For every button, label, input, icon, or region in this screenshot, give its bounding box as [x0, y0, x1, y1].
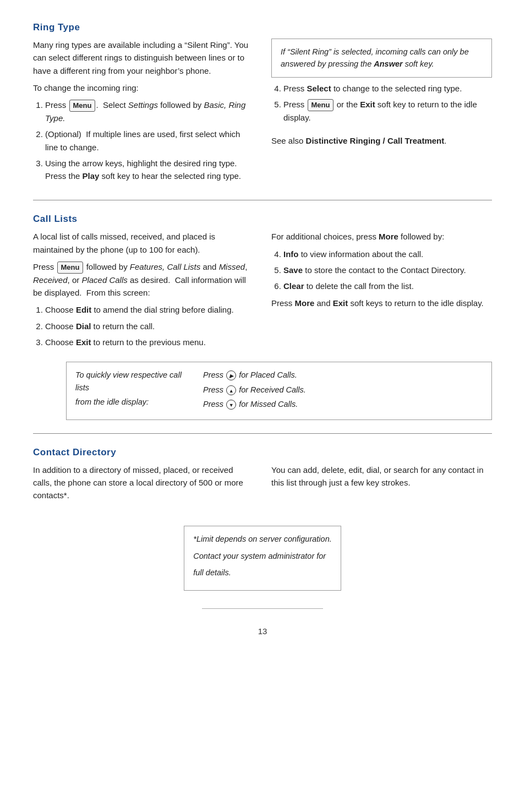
call-lists-right-col: For additional choices, press More follo… [271, 230, 492, 353]
call-lists-note-right-line1: Press for Placed Calls. [203, 369, 483, 381]
arrow-down-icon [226, 400, 236, 410]
arrow-up-icon [226, 385, 236, 395]
contact-directory-note-box: *Limit depends on server configuration. … [184, 526, 341, 590]
bottom-divider [202, 608, 323, 609]
ring-type-intro: Many ring types are available including … [33, 39, 254, 77]
ring-type-steps-right: Press Select to change to the selected r… [283, 82, 492, 124]
see-also-bold: Distinctive Ringing / Call Treatment [306, 136, 445, 145]
ring-type-note-box: If “Silent Ring” is selected, incoming c… [271, 39, 492, 78]
ring-type-title: Ring Type [33, 22, 492, 33]
call-lists-step6: Clear to delete the call from the list. [283, 280, 492, 292]
ring-type-steps-left: Press Menu. Select Settings followed by … [45, 99, 254, 182]
contact-directory-right-text: You can add, delete, edit, dial, or sear… [271, 464, 492, 489]
call-lists-note-left-line1: To quickly view respective call lists [75, 369, 185, 394]
ring-type-right-col: If “Silent Ring” is selected, incoming c… [271, 39, 492, 187]
call-lists-note-left-line2: from the idle display: [75, 396, 185, 408]
ring-type-left-col: Many ring types are available including … [33, 39, 254, 187]
call-lists-step1: Choose Edit to amend the dial string bef… [45, 303, 254, 316]
menu-button-1[interactable]: Menu [69, 100, 96, 112]
ring-type-step4: Press Select to change to the selected r… [283, 82, 492, 95]
ring-type-step1: Press Menu. Select Settings followed by … [45, 99, 254, 124]
contact-note-line1: *Limit depends on server configuration. [193, 533, 331, 545]
arrow-right-icon [226, 370, 236, 380]
divider-1 [33, 200, 492, 200]
ring-type-section: Ring Type Many ring types are available … [33, 22, 492, 187]
page-number: 13 [33, 626, 492, 636]
call-lists-note-right-line2: Press for Received Calls. [203, 384, 483, 396]
call-lists-step2: Choose Dial to return the call. [45, 320, 254, 333]
ring-type-to-change: To change the incoming ring: [33, 81, 254, 94]
divider-2 [33, 433, 492, 434]
call-lists-title: Call Lists [33, 214, 492, 225]
ring-type-step3: Using the arrow keys, highlight the desi… [45, 157, 254, 183]
call-lists-left-col: A local list of calls missed, received, … [33, 230, 254, 353]
see-also-text: See also Distinctive Ringing / Call Trea… [271, 134, 492, 147]
call-lists-section: Call Lists A local list of calls missed,… [33, 214, 492, 419]
call-lists-intro: A local list of calls missed, received, … [33, 230, 254, 256]
call-lists-press-menu: Press Menu followed by Features, Call Li… [33, 260, 254, 299]
call-lists-step4: Info to view information about the call. [283, 248, 492, 260]
call-lists-press-more-exit: Press More and Exit soft keys to return … [271, 297, 492, 309]
contact-note-line2: Contact your system administrator for [193, 550, 331, 562]
call-lists-step5: Save to store the contact to the Contact… [283, 264, 492, 276]
call-lists-step3: Choose Exit to return to the previous me… [45, 336, 254, 348]
contact-directory-section: Contact Directory In addition to a direc… [33, 447, 492, 591]
contact-directory-title: Contact Directory [33, 447, 492, 458]
ring-type-note-text: If “Silent Ring” is selected, incoming c… [281, 47, 469, 68]
menu-button-2[interactable]: Menu [308, 99, 334, 111]
call-lists-note-right: Press for Placed Calls. Press for Receiv… [203, 369, 483, 412]
call-lists-note-right-line3: Press for Missed Calls. [203, 398, 483, 410]
contact-note-line3: full details. [193, 566, 331, 579]
menu-button-3[interactable]: Menu [57, 261, 84, 274]
call-lists-steps-right: Info to view information about the call.… [283, 248, 492, 293]
contact-directory-right-col: You can add, delete, edit, dial, or sear… [271, 464, 492, 506]
call-lists-note-box: To quickly view respective call lists fr… [66, 362, 492, 419]
contact-directory-left-col: In addition to a directory of missed, pl… [33, 464, 254, 506]
ring-type-step5: Press Menu or the Exit soft key to retur… [283, 98, 492, 124]
ring-type-step2: (Optional) If multiple lines are used, f… [45, 128, 254, 154]
call-lists-right-intro: For additional choices, press More follo… [271, 230, 492, 243]
call-lists-note-left: To quickly view respective call lists fr… [75, 369, 185, 412]
call-lists-steps-left: Choose Edit to amend the dial string bef… [45, 303, 254, 348]
contact-directory-left-text: In addition to a directory of missed, pl… [33, 464, 254, 502]
